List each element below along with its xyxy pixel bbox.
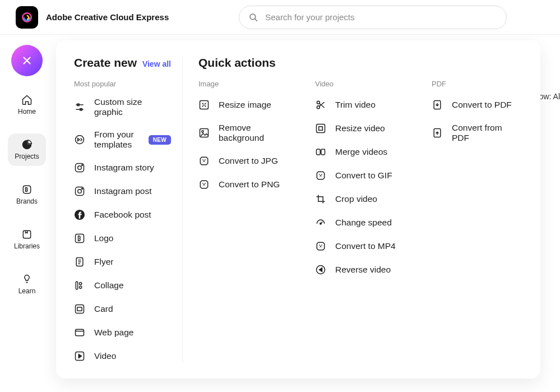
- item-label: From your templates: [94, 130, 140, 150]
- facebook-icon: [74, 209, 85, 220]
- quick-resize-video[interactable]: Resize video: [315, 123, 415, 134]
- item-label: Web page: [94, 328, 133, 338]
- quick-resize-image[interactable]: Resize image: [198, 99, 298, 110]
- create-item-web-page[interactable]: Web page: [74, 327, 171, 338]
- svg-rect-32: [76, 329, 84, 336]
- creative-cloud-express-icon: [19, 10, 35, 25]
- create-item-logo[interactable]: Logo: [74, 233, 171, 244]
- item-label: Resize video: [335, 123, 385, 133]
- quick-remove-bg[interactable]: Remove background: [198, 123, 298, 143]
- from-pdf-icon: [432, 127, 443, 139]
- create-item-custom-size[interactable]: Custom size graphic: [74, 97, 171, 117]
- search-icon: [248, 12, 258, 22]
- learn-icon: [21, 274, 33, 285]
- quick-convert-png[interactable]: Convert to PNG: [198, 179, 298, 190]
- item-label: Instagram post: [94, 186, 152, 196]
- projects-icon: [21, 139, 33, 150]
- svg-point-28: [80, 283, 82, 285]
- create-new-heading: Create new: [74, 56, 137, 70]
- quick-pdf-heading: PDF: [432, 80, 521, 88]
- libraries-icon: [21, 229, 33, 240]
- sidebar-item-libraries[interactable]: Libraries: [8, 223, 46, 256]
- quick-convert-gif[interactable]: Convert to GIF: [315, 170, 415, 181]
- item-label: Card: [94, 304, 113, 314]
- sidebar: Home Projects Brands Libraries Learn: [0, 35, 54, 301]
- instagram-icon: [74, 186, 85, 197]
- create-item-card[interactable]: Card: [74, 303, 171, 315]
- create-item-instagram-story[interactable]: Instagram story: [74, 162, 171, 173]
- create-item-instagram-post[interactable]: Instagram post: [74, 186, 171, 197]
- create-item-video[interactable]: Video: [74, 351, 171, 362]
- sidebar-item-label: Learn: [18, 287, 36, 295]
- item-label: Convert from PDF: [452, 123, 521, 143]
- sidebar-item-home[interactable]: Home: [8, 89, 46, 121]
- svg-point-20: [82, 188, 83, 190]
- sidebar-item-brands[interactable]: Brands: [8, 178, 46, 211]
- reverse-icon: [315, 264, 326, 275]
- item-label: Convert to GIF: [335, 170, 392, 181]
- svg-point-47: [320, 223, 322, 224]
- quick-convert-jpg[interactable]: Convert to JPG: [198, 155, 298, 167]
- app-logo: [16, 6, 38, 29]
- collage-icon: [74, 280, 85, 291]
- quick-trim-video[interactable]: Trim video: [315, 99, 415, 110]
- quick-video-heading: Video: [315, 80, 415, 88]
- convert-icon: [198, 179, 210, 190]
- remove-bg-icon: [198, 127, 210, 139]
- svg-point-17: [82, 165, 83, 166]
- view-all-link[interactable]: View all: [142, 59, 171, 68]
- svg-rect-42: [317, 124, 325, 133]
- item-label: Instagram story: [94, 163, 154, 173]
- logo-icon: [74, 233, 85, 244]
- sidebar-item-label: Home: [18, 108, 36, 116]
- quick-convert-mp4[interactable]: Convert to MP4: [315, 241, 415, 252]
- instagram-icon: [74, 162, 85, 173]
- home-icon: [21, 94, 33, 105]
- trim-icon: [315, 99, 326, 110]
- create-item-from-templates[interactable]: From your templates NEW: [74, 130, 171, 150]
- svg-rect-35: [200, 101, 209, 109]
- sidebar-item-label: Libraries: [14, 242, 40, 250]
- item-label: Convert to MP4: [335, 241, 396, 251]
- create-item-facebook-post[interactable]: Facebook post: [74, 209, 171, 220]
- svg-rect-43: [317, 149, 321, 155]
- item-label: Logo: [94, 233, 113, 243]
- create-panel: Create new View all Most popular Custom …: [56, 40, 540, 379]
- quick-reverse-video[interactable]: Reverse video: [315, 264, 415, 275]
- search-input[interactable]: [265, 12, 497, 22]
- svg-rect-8: [23, 230, 30, 238]
- quick-change-speed[interactable]: Change speed: [315, 217, 415, 228]
- templates-icon: [74, 134, 85, 145]
- create-new-button[interactable]: [11, 45, 43, 76]
- create-item-flyer[interactable]: Flyer: [74, 256, 171, 268]
- to-pdf-icon: [432, 99, 443, 110]
- item-label: Custom size graphic: [94, 97, 171, 117]
- quick-merge-videos[interactable]: Merge videos: [315, 146, 415, 158]
- sidebar-item-projects[interactable]: Projects: [8, 133, 46, 166]
- quick-convert-from-pdf[interactable]: Convert from PDF: [432, 123, 521, 143]
- item-label: Convert to PNG: [219, 179, 280, 190]
- flyer-icon: [74, 256, 85, 268]
- new-badge: NEW: [149, 135, 171, 145]
- item-label: Remove background: [219, 123, 298, 143]
- resize-video-icon: [315, 123, 326, 134]
- sidebar-item-label: Projects: [15, 153, 39, 160]
- svg-point-19: [78, 190, 82, 193]
- create-item-collage[interactable]: Collage: [74, 280, 171, 291]
- sidebar-item-learn[interactable]: Learn: [8, 268, 46, 301]
- speed-icon: [315, 217, 326, 228]
- svg-rect-27: [76, 282, 77, 289]
- svg-point-3: [250, 14, 256, 20]
- top-bar: Adobe Creative Cloud Express: [0, 0, 560, 35]
- svg-rect-30: [76, 305, 84, 313]
- quick-crop-video[interactable]: Crop video: [315, 193, 415, 205]
- crop-icon: [315, 193, 326, 205]
- item-label: Change speed: [335, 218, 392, 228]
- close-icon: [21, 54, 33, 67]
- item-label: Convert to PDF: [452, 100, 512, 110]
- item-label: Crop video: [335, 194, 377, 204]
- search-box[interactable]: [239, 6, 507, 29]
- resize-icon: [198, 99, 210, 110]
- item-label: Convert to JPG: [219, 156, 278, 166]
- quick-convert-to-pdf[interactable]: Convert to PDF: [432, 99, 521, 110]
